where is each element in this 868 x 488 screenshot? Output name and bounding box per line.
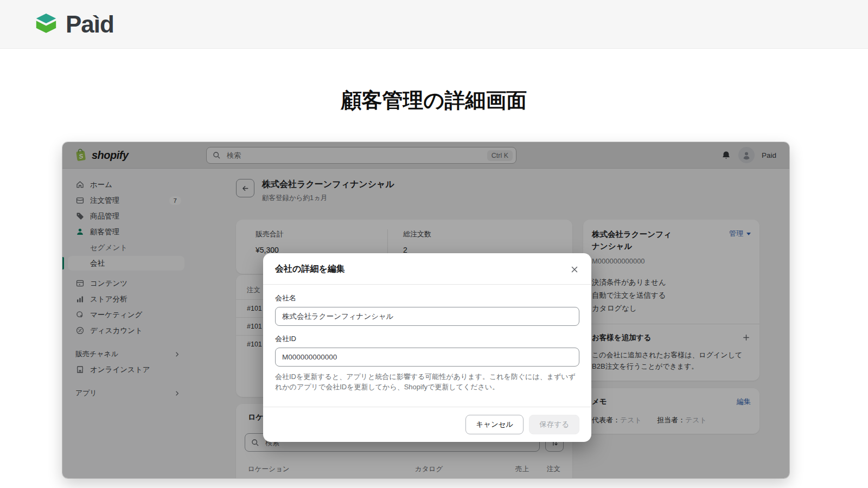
edit-company-modal: 会社の詳細を編集 会社名 会社ID 会社IDを更新すると、アプリと統合に影響する…	[263, 253, 591, 442]
company-id-input[interactable]	[275, 348, 579, 367]
company-id-help-text: 会社IDを更新すると、アプリと統合に影響する可能性があります。これを防ぐには、ま…	[275, 371, 579, 392]
company-id-label: 会社ID	[275, 334, 579, 344]
cancel-button[interactable]: キャンセル	[465, 415, 524, 434]
save-button[interactable]: 保存する	[529, 415, 579, 434]
shopify-admin-screenshot: S shopify Ctrl K	[62, 142, 789, 478]
site-header: Paìd	[0, 0, 868, 49]
company-name-label: 会社名	[275, 293, 579, 303]
modal-title: 会社の詳細を編集	[275, 264, 345, 275]
paid-logo: Paìd	[34, 11, 114, 38]
paid-cube-icon	[34, 12, 59, 37]
page-title: 顧客管理の詳細画面	[0, 87, 868, 114]
close-icon[interactable]	[570, 265, 579, 274]
company-name-input[interactable]	[275, 307, 579, 326]
paid-logo-text: Paìd	[66, 11, 114, 38]
